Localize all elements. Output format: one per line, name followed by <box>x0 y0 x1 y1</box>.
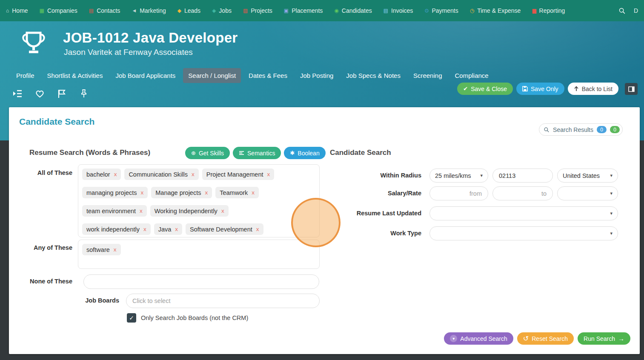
country-select[interactable]: United States ▾ <box>557 169 618 183</box>
remove-tag-icon[interactable]: x <box>252 189 255 196</box>
flag-icon[interactable] <box>56 88 67 99</box>
semantics-button[interactable]: Semantics <box>233 147 281 159</box>
run-search-button[interactable]: Run Search → <box>578 332 630 345</box>
within-radius-row: 25 miles/kms ▾ United States ▾ <box>429 169 618 183</box>
remove-tag-icon[interactable]: x <box>205 189 208 196</box>
nav-item-label: Invoices <box>391 7 413 14</box>
remove-tag-icon[interactable]: x <box>175 226 178 232</box>
back-to-list-label: Back to List <box>582 86 613 92</box>
advanced-search-button[interactable]: ▾ Advanced Search <box>444 332 513 345</box>
nav-item-leads[interactable]: ◆ Leads <box>177 7 200 14</box>
nav-item-label: Time & Expense <box>477 7 521 14</box>
tab-dates-fees[interactable]: Dates & Fees <box>243 68 292 83</box>
resume-last-updated-row: ▾ <box>429 206 618 220</box>
tag-label: Working Independently <box>155 208 218 214</box>
all-of-these-label: All of These <box>9 169 72 176</box>
tag: team environmentx <box>82 205 147 217</box>
country-value: United States <box>563 172 600 179</box>
nav-item-payments[interactable]: ⊙ Payments <box>424 7 458 14</box>
search-results-button[interactable]: Search Results 0 0 <box>539 123 623 136</box>
job-boards-input[interactable] <box>126 294 320 308</box>
reset-search-button[interactable]: ↺ Reset Search <box>517 332 574 345</box>
tab-job-posting[interactable]: Job Posting <box>295 68 338 83</box>
resume-last-updated-select[interactable]: ▾ <box>429 206 618 220</box>
side-panel-toggle-button[interactable] <box>625 83 638 95</box>
nav-item-time-expense[interactable]: ◷ Time & Expense <box>470 7 521 14</box>
remove-tag-icon[interactable]: x <box>114 246 117 253</box>
tab-screening[interactable]: Screening <box>408 68 447 83</box>
nav-item-candidates[interactable]: ◉ Candidates <box>334 7 372 14</box>
tag-label: team environment <box>86 208 136 214</box>
candidate-search-card: Candidate Search Search Results 0 0 Resu… <box>9 107 640 354</box>
tag-label: Software Development <box>190 226 252 233</box>
tag-label: managing projects <box>86 189 137 196</box>
chevron-down-icon: ▾ <box>610 173 613 178</box>
nav-item-invoices[interactable]: ▤ Invoices <box>384 7 413 14</box>
chevron-down-icon: ▾ <box>480 173 483 178</box>
remove-tag-icon[interactable]: x <box>256 226 259 232</box>
megaphone-icon: ◄ <box>132 8 137 13</box>
semantics-icon <box>239 151 244 155</box>
tag-label: Project Management <box>206 171 263 178</box>
card-title: Candidate Search <box>19 117 94 127</box>
contact-card-icon: ▤ <box>89 8 94 13</box>
search-icon[interactable] <box>617 5 628 16</box>
chevron-down-icon: ▾ <box>610 191 613 196</box>
nav-item-marketing[interactable]: ◄ Marketing <box>132 7 166 14</box>
all-of-these-field[interactable]: bachelorx Communication Skillsx Project … <box>78 164 320 237</box>
nav-item-label: Projects <box>251 7 272 14</box>
zip-code-input[interactable] <box>492 169 553 183</box>
boolean-icon: ✱ <box>290 150 295 156</box>
nav-item-companies[interactable]: ▦ Companies <box>40 7 77 14</box>
any-of-these-field[interactable]: softwarex <box>78 240 320 269</box>
work-type-select[interactable]: ▾ <box>429 226 618 240</box>
diamond-icon: ◆ <box>177 8 181 13</box>
nav-item-home[interactable]: ⌂ Home <box>6 7 28 14</box>
heart-icon[interactable] <box>34 88 45 99</box>
nav-item-label: Payments <box>432 7 458 14</box>
remove-tag-icon[interactable]: x <box>140 208 143 214</box>
tag: softwarex <box>82 244 121 255</box>
sidebar-toggle-icon[interactable] <box>12 88 23 99</box>
tab-job-specs-notes[interactable]: Job Specs & Notes <box>341 68 406 83</box>
tab-job-board-applicants[interactable]: Job Board Applicants <box>110 68 180 83</box>
none-of-these-input[interactable] <box>83 274 319 289</box>
only-job-boards-checkbox[interactable]: ✓ <box>127 313 136 323</box>
remove-tag-icon[interactable]: x <box>267 171 270 177</box>
tag: managing projectsx <box>82 187 148 198</box>
back-to-list-button[interactable]: Back to List <box>568 83 618 95</box>
save-close-label: Save & Close <box>471 86 507 92</box>
boolean-button[interactable]: ✱ Boolean <box>284 147 325 159</box>
tab-profile[interactable]: Profile <box>11 68 40 83</box>
get-skills-button[interactable]: ⊕ Get Skills <box>185 147 230 159</box>
remove-tag-icon[interactable]: x <box>141 189 144 196</box>
save-only-button[interactable]: Save Only <box>516 83 564 95</box>
pin-icon[interactable] <box>78 88 89 99</box>
nav-item-jobs[interactable]: ◈ Jobs <box>212 7 232 14</box>
clock-icon: ◷ <box>470 8 474 13</box>
nav-item-placements[interactable]: ▣ Placements <box>284 7 323 14</box>
radius-select[interactable]: 25 miles/kms ▾ <box>429 169 488 183</box>
salary-period-select[interactable]: ▾ <box>557 186 618 200</box>
resume-search-heading: Resume Search (Words & Phrases) <box>29 149 150 157</box>
nav-item-overflow[interactable]: D <box>634 7 638 14</box>
nav-item-label: Leads <box>184 7 200 14</box>
tab-search-longlist[interactable]: Search / Longlist <box>183 68 241 83</box>
nav-item-projects[interactable]: ▨ Projects <box>243 7 272 14</box>
nav-item-contacts[interactable]: ▤ Contacts <box>89 7 120 14</box>
save-close-button[interactable]: ✔ Save & Close <box>457 83 513 95</box>
remove-tag-icon[interactable]: x <box>143 226 146 232</box>
tag-label: work independently <box>86 226 140 233</box>
nav-item-label: Marketing <box>140 7 166 14</box>
remove-tag-icon[interactable]: x <box>221 208 224 214</box>
salary-to-input[interactable] <box>492 186 553 200</box>
tab-compliance[interactable]: Compliance <box>449 68 493 83</box>
reset-search-label: Reset Search <box>532 335 568 342</box>
remove-tag-icon[interactable]: x <box>114 171 117 177</box>
salary-from-input[interactable] <box>429 186 488 200</box>
save-only-label: Save Only <box>531 86 558 92</box>
tab-shortlist-activities[interactable]: Shortlist & Activities <box>42 68 108 83</box>
remove-tag-icon[interactable]: x <box>192 171 195 177</box>
nav-item-reporting[interactable]: ▆ Reporting <box>532 7 565 14</box>
invoice-icon: ▤ <box>384 8 388 13</box>
